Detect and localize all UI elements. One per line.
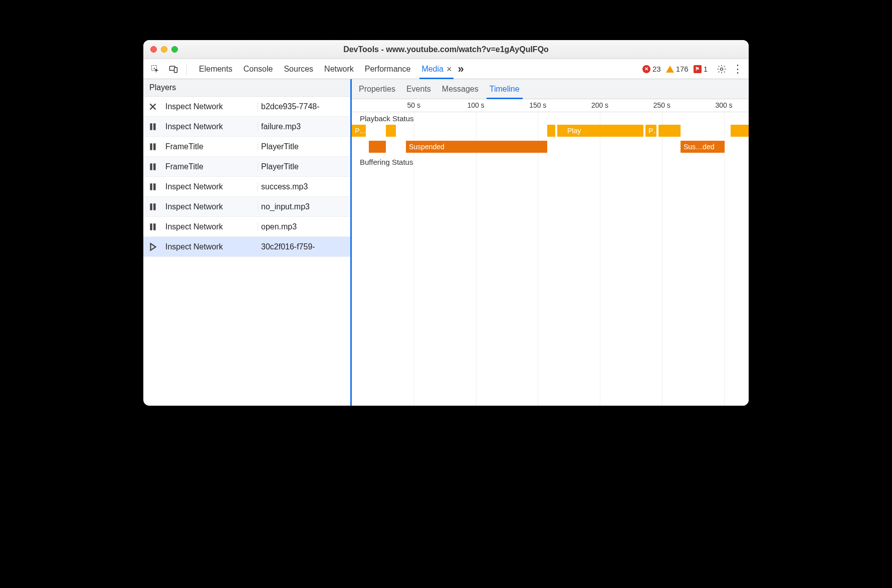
media-subtabs: PropertiesEventsMessagesTimeline — [352, 79, 749, 99]
main-tabs: ElementsConsoleSourcesNetworkPerformance… — [199, 59, 452, 79]
ruler-tick: 300 s — [715, 101, 732, 109]
timeline-segment[interactable]: P… — [645, 125, 656, 137]
timeline-lane — [352, 167, 749, 169]
player-title: b2dce935-7748- — [258, 102, 350, 111]
info-icon: ⚑ — [694, 65, 702, 73]
warning-count-value: 176 — [676, 65, 689, 73]
tab-sources[interactable]: Sources — [284, 59, 313, 79]
lane-label: Playback Status — [352, 112, 749, 124]
pause-icon — [143, 142, 162, 151]
subtab-messages[interactable]: Messages — [442, 79, 479, 99]
player-frame-title: Inspect Network — [162, 222, 258, 231]
timeline-segment[interactable] — [731, 125, 749, 137]
timeline-segment[interactable]: P… — [352, 125, 366, 137]
titlebar: DevTools - www.youtube.com/watch?v=e1gAy… — [143, 40, 749, 59]
ruler-tick: 150 s — [529, 101, 546, 109]
main-toolbar: ElementsConsoleSourcesNetworkPerformance… — [143, 59, 749, 79]
subtab-properties[interactable]: Properties — [359, 79, 395, 99]
player-row[interactable]: Inspect Networkopen.mp3 — [143, 217, 350, 237]
timeline-segment[interactable] — [658, 125, 681, 137]
ruler-tick: 100 s — [467, 101, 484, 109]
error-icon: ✕ — [642, 65, 650, 73]
timeline-segment[interactable]: Suspended — [406, 141, 547, 153]
ruler-tick: 50 s — [407, 101, 420, 109]
svg-rect-13 — [153, 203, 156, 210]
close-icon[interactable]: × — [447, 65, 452, 74]
tab-label: Elements — [199, 65, 233, 74]
svg-rect-4 — [150, 123, 152, 130]
player-row[interactable]: Inspect Networksuccess.mp3 — [143, 177, 350, 197]
close-icon — [143, 102, 162, 111]
player-frame-title: Inspect Network — [162, 122, 258, 131]
more-options-icon[interactable]: ⋮ — [732, 63, 744, 75]
player-row[interactable]: Inspect Networkfailure.mp3 — [143, 117, 350, 137]
player-row[interactable]: Inspect Network30c2f016-f759- — [143, 237, 350, 257]
warning-count[interactable]: 176 — [666, 65, 689, 73]
tab-media[interactable]: Media× — [421, 59, 452, 79]
subtab-events[interactable]: Events — [406, 79, 431, 99]
player-row[interactable]: FrameTitlePlayerTitle — [143, 137, 350, 157]
tab-label: Sources — [284, 65, 313, 74]
device-toolbar-icon[interactable] — [166, 62, 180, 76]
player-row[interactable]: FrameTitlePlayerTitle — [143, 157, 350, 177]
settings-icon[interactable] — [716, 63, 728, 75]
svg-rect-10 — [150, 183, 152, 190]
tab-performance[interactable]: Performance — [365, 59, 411, 79]
svg-rect-7 — [153, 143, 156, 150]
player-row[interactable]: Inspect Networkb2dce935-7748- — [143, 97, 350, 117]
player-frame-title: Inspect Network — [162, 202, 258, 211]
lane-label: Buffering Status — [352, 156, 749, 167]
detail-pane: PropertiesEventsMessagesTimeline 50 s100… — [352, 79, 749, 406]
play-icon — [143, 242, 162, 251]
svg-rect-14 — [150, 223, 152, 230]
info-count[interactable]: ⚑ 1 — [694, 65, 708, 73]
player-title: success.mp3 — [258, 182, 350, 191]
tab-network[interactable]: Network — [324, 59, 354, 79]
pause-icon — [143, 162, 162, 171]
subtab-timeline[interactable]: Timeline — [490, 79, 520, 99]
player-title: PlayerTitle — [258, 142, 350, 151]
info-count-value: 1 — [704, 65, 708, 73]
player-row[interactable]: Inspect Networkno_input.mp3 — [143, 197, 350, 217]
player-frame-title: FrameTitle — [162, 142, 258, 151]
svg-rect-6 — [150, 143, 152, 150]
pause-icon — [143, 222, 162, 231]
players-list: Inspect Networkb2dce935-7748-Inspect Net… — [143, 97, 350, 406]
issue-counts[interactable]: ✕ 23 176 ⚑ 1 — [642, 65, 708, 73]
timeline-segment[interactable]: Play — [564, 125, 643, 137]
ruler-tick: 200 s — [591, 101, 608, 109]
window-title: DevTools - www.youtube.com/watch?v=e1gAy… — [143, 45, 749, 54]
timeline-lane: SuspendedSus…ded — [352, 140, 749, 154]
pause-icon — [143, 122, 162, 131]
timeline-segment[interactable] — [386, 125, 396, 137]
tab-elements[interactable]: Elements — [199, 59, 233, 79]
tab-label: Media — [421, 65, 443, 74]
devtools-window: DevTools - www.youtube.com/watch?v=e1gAy… — [143, 40, 749, 406]
player-title: open.mp3 — [258, 222, 350, 231]
svg-rect-12 — [150, 203, 152, 210]
player-frame-title: FrameTitle — [162, 162, 258, 171]
player-title: failure.mp3 — [258, 122, 350, 131]
player-title: no_input.mp3 — [258, 202, 350, 211]
player-frame-title: Inspect Network — [162, 182, 258, 191]
pause-icon — [143, 202, 162, 211]
content-split: Players Inspect Networkb2dce935-7748-Ins… — [143, 79, 749, 406]
player-title: 30c2f016-f759- — [258, 242, 350, 251]
more-tabs-icon[interactable]: » — [458, 63, 463, 76]
separator — [186, 63, 187, 75]
inspect-element-icon[interactable] — [148, 62, 162, 76]
timeline-segment[interactable] — [547, 125, 555, 137]
tab-console[interactable]: Console — [244, 59, 273, 79]
timeline-segment[interactable]: Sus…ded — [681, 141, 725, 153]
timeline-segment[interactable] — [369, 141, 386, 153]
error-count[interactable]: ✕ 23 — [642, 65, 661, 73]
players-header: Players — [143, 79, 350, 97]
timeline-ruler: 50 s100 s150 s200 s250 s300 s — [352, 99, 749, 112]
tab-label: Console — [244, 65, 273, 74]
timeline-panel: 50 s100 s150 s200 s250 s300 s Playback S… — [352, 99, 749, 406]
svg-rect-9 — [153, 163, 156, 170]
svg-rect-5 — [153, 123, 156, 130]
tab-label: Performance — [365, 65, 411, 74]
player-title: PlayerTitle — [258, 162, 350, 171]
ruler-tick: 250 s — [653, 101, 671, 109]
